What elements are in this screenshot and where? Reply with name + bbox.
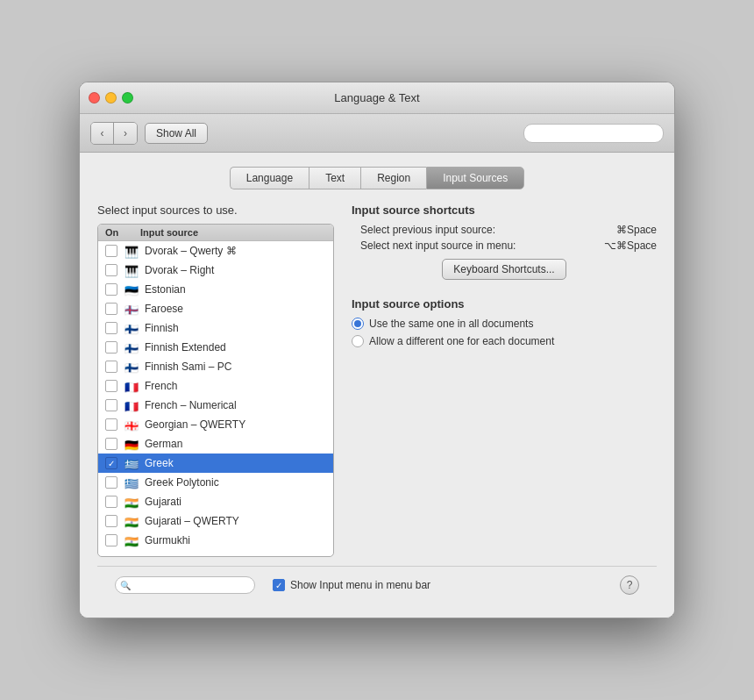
list-item-flag: 🇮🇳 <box>124 535 140 546</box>
list-item[interactable]: 🎹Dvorak – Qwerty ⌘ <box>98 241 333 261</box>
list-item-flag: 🇫🇮 <box>124 323 140 333</box>
list-item-flag: 🇬🇷 <box>124 477 140 488</box>
shortcut-section: Input source shortcuts Select previous i… <box>352 204 657 280</box>
list-item-label: Greek <box>145 457 174 469</box>
list-item[interactable]: 🇩🇪German <box>98 434 333 454</box>
list-item-checkbox[interactable] <box>105 361 117 373</box>
list-item-checkbox[interactable] <box>105 264 117 276</box>
list-item[interactable]: 🇫🇮Finnish Extended <box>98 338 333 357</box>
radio-diff-label: Allow a different one for each document <box>369 335 554 347</box>
list-item-label: Dvorak – Qwerty ⌘ <box>145 245 237 257</box>
list-item-flag: 🇬🇷 <box>124 458 140 468</box>
tab-text[interactable]: Text <box>309 167 360 189</box>
list-item-checkbox[interactable] <box>105 515 117 527</box>
shortcut-label-1: Select previous input source: <box>360 224 495 236</box>
list-item-flag: 🇬🇪 <box>124 419 140 430</box>
radio-same-doc[interactable]: Use the same one in all documents <box>352 318 657 330</box>
list-item-checkbox[interactable] <box>105 245 117 257</box>
list-item[interactable]: 🇫🇷French <box>98 376 333 396</box>
list-item-checkbox[interactable] <box>105 303 117 315</box>
list-item[interactable]: 🇮🇳Gurmukhi <box>98 531 333 550</box>
search-input[interactable] <box>523 124 664 143</box>
list-header: On Input source <box>98 225 333 241</box>
list-item-label: Finnish Sami – PC <box>145 361 231 373</box>
tab-language[interactable]: Language <box>230 167 309 189</box>
show-menu-text: Show Input menu in menu bar <box>290 579 430 591</box>
forward-button[interactable]: › <box>114 123 137 144</box>
list-item[interactable]: 🇫🇮Finnish <box>98 318 333 338</box>
list-item-flag: 🇪🇪 <box>124 284 140 295</box>
list-item-flag: 🇫🇮 <box>124 361 140 372</box>
back-button[interactable]: ‹ <box>91 123 114 144</box>
list-item-label: French <box>145 380 177 392</box>
list-item[interactable]: 🇫🇮Finnish Sami – PC <box>98 357 333 376</box>
list-item-flag: 🎹 <box>124 265 140 275</box>
col-source-header: Input source <box>140 227 326 238</box>
window-title: Language & Text <box>334 91 419 104</box>
help-button[interactable]: ? <box>620 575 639 595</box>
list-item-checkbox[interactable] <box>105 457 117 469</box>
list-item[interactable]: 🇪🇪Estonian <box>98 280 333 299</box>
list-item-checkbox[interactable] <box>105 322 117 334</box>
content-area: Language Text Region Input Sources Selec… <box>80 153 674 618</box>
list-item[interactable]: 🇬🇪Georgian – QWERTY <box>98 415 333 434</box>
search-container: 🔍 <box>523 124 664 143</box>
minimize-button[interactable] <box>105 92 117 104</box>
list-item-label: Estonian <box>145 283 186 296</box>
options-section-title: Input source options <box>352 297 657 311</box>
tab-input-sources[interactable]: Input Sources <box>426 167 524 189</box>
list-item-flag: 🇫🇷 <box>124 400 140 411</box>
list-item-checkbox[interactable] <box>105 418 117 431</box>
show-all-button[interactable]: Show All <box>145 123 208 144</box>
tab-region[interactable]: Region <box>360 167 426 189</box>
list-body[interactable]: 🎹Dvorak – Qwerty ⌘🎹Dvorak – Right🇪🇪Eston… <box>98 241 333 552</box>
bottom-bar: 🔍 Show Input menu in menu bar ? <box>97 566 657 604</box>
search-bottom-icon: 🔍 <box>120 581 131 590</box>
list-item-checkbox[interactable] <box>105 283 117 296</box>
list-item[interactable]: 🇮🇳Gujarati <box>98 492 333 511</box>
show-menu-label[interactable]: Show Input menu in menu bar <box>273 579 430 591</box>
list-item-label: Finnish Extended <box>145 341 226 354</box>
list-item-label: French – Numerical <box>145 399 237 411</box>
titlebar: Language & Text <box>80 82 674 114</box>
shortcut-row-1: Select previous input source: ⌘Space <box>352 224 657 236</box>
list-item[interactable]: 🇫🇷French – Numerical <box>98 396 333 415</box>
list-item-checkbox[interactable] <box>105 399 117 411</box>
tabs: Language Text Region Input Sources <box>97 167 657 189</box>
list-item-label: Gurmukhi <box>145 534 190 546</box>
close-button[interactable] <box>89 92 100 104</box>
main-content: Select input sources to use. On Input so… <box>97 204 657 557</box>
list-item-label: Finnish <box>145 322 179 334</box>
list-item-label: Georgian – QWERTY <box>145 418 245 431</box>
list-item[interactable]: 🇬🇷Greek Polytonic <box>98 473 333 492</box>
search-bottom-input[interactable] <box>115 576 255 594</box>
list-item-label: Greek Polytonic <box>145 476 219 489</box>
shortcut-key-2: ⌥⌘Space <box>604 239 657 252</box>
list-item-checkbox[interactable] <box>105 438 117 450</box>
col-on-header: On <box>105 227 140 238</box>
list-item-flag: 🇫🇮 <box>124 342 140 353</box>
show-menu-checkbox[interactable] <box>273 579 285 591</box>
left-panel: Select input sources to use. On Input so… <box>97 204 334 557</box>
list-item-checkbox[interactable] <box>105 341 117 354</box>
right-panel: Input source shortcuts Select previous i… <box>352 204 657 557</box>
search-bottom-container: 🔍 <box>115 576 255 594</box>
maximize-button[interactable] <box>122 92 133 104</box>
list-item-label: German <box>145 438 182 450</box>
radio-same-icon <box>352 318 364 330</box>
list-item[interactable]: 🎹Dvorak – Right <box>98 261 333 280</box>
list-item[interactable]: 🇬🇷Greek <box>98 454 333 473</box>
list-item-checkbox[interactable] <box>105 476 117 489</box>
toolbar: ‹ › Show All 🔍 <box>80 114 674 153</box>
list-item[interactable]: 🇮🇳Gujarati – QWERTY <box>98 511 333 531</box>
radio-same-label: Use the same one in all documents <box>369 318 533 330</box>
list-item-checkbox[interactable] <box>105 534 117 546</box>
keyboard-shortcuts-button[interactable]: Keyboard Shortcuts... <box>442 259 566 280</box>
list-item[interactable]: 🇫🇴Faroese <box>98 299 333 318</box>
list-item-checkbox[interactable] <box>105 496 117 508</box>
list-item-checkbox[interactable] <box>105 380 117 392</box>
input-list-container: On Input source 🎹Dvorak – Qwerty ⌘🎹Dvora… <box>97 224 334 557</box>
radio-diff-doc[interactable]: Allow a different one for each document <box>352 335 657 347</box>
list-item-flag: 🇫🇴 <box>124 304 140 314</box>
list-item-flag: 🎹 <box>124 246 140 256</box>
